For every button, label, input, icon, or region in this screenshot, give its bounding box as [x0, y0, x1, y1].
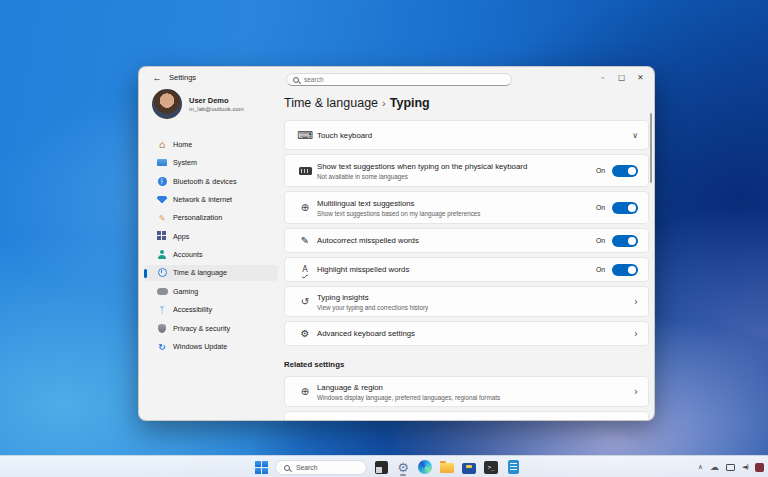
- taskbar-app-window[interactable]: [373, 458, 389, 476]
- toggle-switch[interactable]: [612, 264, 638, 276]
- chevron-right-icon: ›: [634, 328, 638, 339]
- setting-multilingual-suggestions: Multilingual text suggestions Show text …: [284, 191, 649, 224]
- sidebar-item-gaming[interactable]: Gaming: [144, 283, 278, 300]
- volume-icon[interactable]: ◄): [742, 463, 748, 471]
- setting-title: Advanced keyboard settings: [317, 329, 634, 338]
- toggle-state-label: On: [596, 167, 605, 174]
- notes-icon: [508, 460, 519, 474]
- onedrive-cloud-icon[interactable]: ☁: [710, 463, 719, 472]
- taskbar-app-edge[interactable]: [417, 458, 433, 476]
- sidebar-item-label: Gaming: [173, 287, 198, 296]
- physical-keyboard-icon: [293, 167, 317, 175]
- sidebar-item-label: Privacy & security: [173, 324, 230, 333]
- user-email: m_lab@outlook.com: [189, 106, 244, 112]
- tray-app-icon[interactable]: [755, 463, 764, 472]
- sidebar-item-label: Accessibility: [173, 305, 212, 314]
- toolbox-icon: [462, 463, 476, 474]
- toggle-knob: [628, 237, 636, 245]
- sidebar-item-label: Network & internet: [173, 195, 232, 204]
- sidebar-item-home[interactable]: Home: [144, 136, 278, 153]
- setting-touch-keyboard[interactable]: Touch keyboard ∨: [284, 120, 649, 150]
- breadcrumb-parent[interactable]: Time & language: [284, 96, 378, 110]
- taskbar-search[interactable]: Search: [275, 460, 367, 475]
- clock-icon: [154, 268, 170, 277]
- highlight-icon: [293, 265, 317, 274]
- sidebar-item-system[interactable]: System: [144, 154, 278, 171]
- multilingual-icon: [293, 202, 317, 213]
- setting-language-region[interactable]: Language & region Windows display langua…: [284, 376, 649, 407]
- setting-title: Highlight misspelled words: [317, 265, 596, 274]
- touch-keyboard-icon: [293, 129, 317, 142]
- bluetooth-icon: [154, 177, 170, 186]
- toggle-state-label: On: [596, 266, 605, 273]
- window-title: Settings: [169, 73, 196, 82]
- desktop-screen: ← Settings – □ ✕ User Demo m_lab@outlook…: [0, 0, 768, 477]
- sidebar-item-accounts[interactable]: Accounts: [144, 246, 278, 263]
- maximize-button[interactable]: □: [612, 67, 631, 89]
- breadcrumb-separator: ›: [382, 97, 386, 109]
- network-tray-icon[interactable]: [726, 464, 735, 471]
- sidebar-item-accessibility[interactable]: Accessibility: [144, 302, 278, 319]
- user-name: User Demo: [189, 96, 229, 105]
- setting-description: View your typing and corrections history: [317, 304, 634, 311]
- sidebar-item-personalization[interactable]: Personalization: [144, 210, 278, 227]
- sidebar-item-label: Bluetooth & devices: [173, 177, 237, 186]
- toggle-switch[interactable]: [612, 235, 638, 247]
- content-scrollbar[interactable]: [650, 113, 652, 183]
- system-tray: ∧ ☁ ◄): [698, 456, 764, 477]
- accessibility-icon: [154, 305, 170, 315]
- sidebar-item-apps[interactable]: Apps: [144, 228, 278, 245]
- sidebar-item-label: Accounts: [173, 250, 203, 259]
- setting-title: Language & region: [317, 383, 634, 392]
- taskbar-app-terminal[interactable]: [483, 458, 499, 476]
- sidebar-item-label: System: [173, 158, 197, 167]
- sidebar-item-time-language[interactable]: Time & language: [144, 265, 278, 282]
- setting-highlight-misspelled: Highlight misspelled words On: [284, 257, 649, 282]
- taskbar-app-settings[interactable]: ⚙: [395, 458, 411, 476]
- chevron-down-icon[interactable]: ∨: [632, 131, 638, 140]
- minimize-button[interactable]: –: [593, 67, 612, 89]
- toggle-state-label: On: [596, 204, 605, 211]
- sidebar-item-privacy-security[interactable]: Privacy & security: [144, 320, 278, 337]
- sidebar-item-label: Home: [173, 140, 192, 149]
- sidebar-item-windows-update[interactable]: Windows Update: [144, 338, 278, 355]
- apps-grid-icon: [154, 234, 170, 238]
- breadcrumb: Time & language›Typing: [284, 96, 430, 110]
- setting-title: Touch keyboard: [317, 131, 632, 140]
- toggle-switch[interactable]: [612, 165, 638, 177]
- taskbar-app-toolbox[interactable]: [461, 458, 477, 476]
- edge-icon: [418, 460, 432, 474]
- taskbar-app-file-explorer[interactable]: [439, 458, 455, 476]
- shield-icon: [154, 324, 170, 333]
- sidebar-item-network-internet[interactable]: Network & internet: [144, 191, 278, 208]
- setting-title: Autocorrect misspelled words: [317, 236, 596, 245]
- setting-description: Show text suggestions based on my langua…: [317, 210, 596, 217]
- search-input[interactable]: [304, 74, 505, 85]
- toggle-knob: [628, 167, 636, 175]
- page-title: Typing: [390, 96, 430, 110]
- setting-partial-card[interactable]: [284, 411, 649, 421]
- person-icon: [154, 250, 170, 259]
- sidebar-item-bluetooth-devices[interactable]: Bluetooth & devices: [144, 173, 278, 190]
- taskbar: Search ⚙ ∧ ☁ ◄): [0, 455, 768, 477]
- setting-description: Not available in some languages: [317, 173, 596, 180]
- setting-typing-insights[interactable]: Typing insights View your typing and cor…: [284, 286, 649, 317]
- setting-physical-keyboard-suggestions: Show text suggestions when typing on the…: [284, 154, 649, 187]
- language-region-icon: [293, 386, 317, 397]
- settings-content: Time & language›Typing Touch keyboard ∨ …: [284, 91, 654, 420]
- user-avatar[interactable]: [152, 89, 182, 119]
- search-icon: [293, 77, 300, 84]
- settings-search-box[interactable]: [286, 73, 512, 86]
- settings-window: ← Settings – □ ✕ User Demo m_lab@outlook…: [138, 66, 655, 421]
- toggle-switch[interactable]: [612, 202, 638, 214]
- back-button[interactable]: ←: [149, 71, 165, 85]
- setting-autocorrect: Autocorrect misspelled words On: [284, 228, 649, 253]
- sidebar-item-label: Time & language: [173, 268, 227, 277]
- taskbar-search-label: Search: [296, 464, 318, 471]
- close-button[interactable]: ✕: [631, 67, 650, 89]
- hidden-icons-chevron[interactable]: ∧: [698, 463, 703, 471]
- start-button[interactable]: [253, 458, 269, 476]
- settings-gear-icon: ⚙: [397, 461, 409, 474]
- taskbar-app-notes[interactable]: [505, 458, 521, 476]
- setting-advanced-keyboard[interactable]: Advanced keyboard settings ›: [284, 321, 649, 346]
